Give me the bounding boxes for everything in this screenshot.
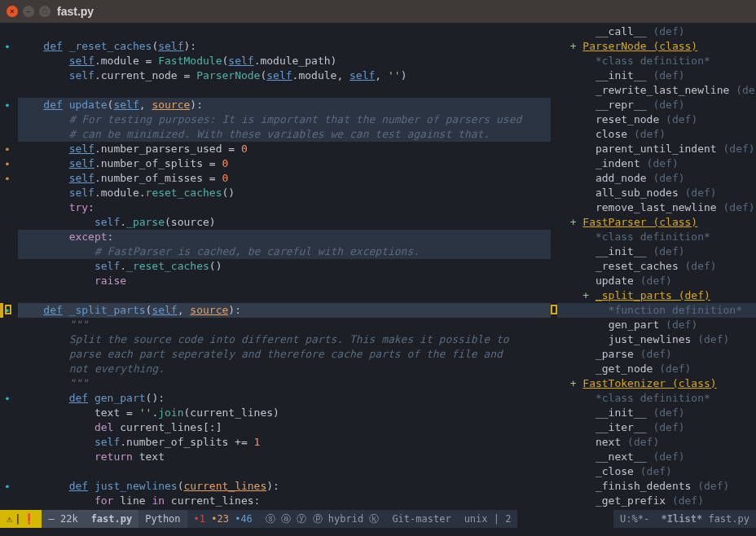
outline-item[interactable]: __repr__ (def) [557, 98, 756, 112]
code-line[interactable]: """ [18, 318, 551, 332]
outline-class[interactable]: + FastParser (class) [557, 215, 756, 230]
outline-item[interactable]: _rewrite_last_newline (def) [557, 83, 756, 98]
gutter [0, 23, 15, 510]
code-line[interactable]: # FastParser is cached, be careful with … [18, 244, 551, 259]
outline-class[interactable]: + ParserNode (class) [557, 39, 756, 54]
code-line[interactable]: # For testing purposes: It is important … [18, 112, 551, 127]
code-line[interactable]: text = ''.join(current_lines) [18, 406, 551, 420]
status-minor-modes: ⓢ ⓐ ⓨ ⓟ hybrid ⓚ [259, 510, 386, 528]
outline-item[interactable]: __init__ (def) [557, 68, 756, 83]
outline-item[interactable]: __init__ (def) [557, 406, 756, 420]
outline-item[interactable]: *function definition* [557, 303, 756, 318]
code-line[interactable] [18, 24, 551, 39]
outline-item[interactable]: + _split_parts (def) [557, 288, 756, 303]
outline-item[interactable]: __next__ (def) [557, 450, 756, 464]
code-line[interactable]: self.number_of_misses = 0• [18, 171, 551, 186]
code-line[interactable]: """ [18, 376, 551, 391]
outline-item[interactable]: next (def) [557, 435, 756, 450]
gutter-dot-icon: • [3, 392, 11, 406]
outline-item[interactable]: _get_prefix (def) [557, 494, 756, 508]
close-window-button[interactable]: × [7, 6, 18, 17]
titlebar: × – □ fast.py [0, 0, 756, 23]
outline-item[interactable]: _close (def) [557, 464, 756, 479]
outline-item[interactable]: _parse (def) [557, 347, 756, 362]
outline-item[interactable]: *class definition* [557, 54, 756, 68]
code-line[interactable]: self._reset_caches() [18, 259, 551, 274]
code-line[interactable]: self.number_of_splits = 0• [18, 156, 551, 171]
outline-item[interactable]: parent_until_indent (def) [557, 142, 756, 156]
code-line[interactable] [18, 464, 551, 479]
outline-item[interactable]: _finish_dedents (def) [557, 479, 756, 494]
outline-pane[interactable]: __call__ (def) + ParserNode (class) *cla… [551, 23, 756, 510]
code-pane[interactable]: def _reset_caches(self):• self.module = … [0, 23, 551, 510]
outline-item[interactable]: all_sub_nodes (def) [557, 186, 756, 200]
code-line[interactable]: self._parse(source) [18, 215, 551, 230]
window-controls: × – □ [7, 6, 51, 17]
code-line[interactable]: not everything. [18, 362, 551, 376]
cursor-box-icon [5, 305, 11, 314]
outline-item[interactable]: _get_node (def) [557, 362, 756, 376]
code-line[interactable]: def _split_parts(self, source):• [18, 303, 551, 318]
status-indicator: ⚠ | ❗ [0, 510, 42, 528]
gutter-dot-icon: • [3, 40, 11, 55]
code-line[interactable]: return text [18, 450, 551, 464]
code-line[interactable]: self.current_node = ParserNode(self.modu… [18, 68, 551, 83]
status-right-info: U:%*- *Ilist* fast.py [613, 510, 756, 528]
status-filename: fast.py [85, 510, 139, 528]
editor-content: def _reset_caches(self):• self.module = … [0, 23, 756, 510]
code-line[interactable]: del current_lines[:] [18, 420, 551, 435]
code-line[interactable]: raise [18, 274, 551, 288]
outline-item[interactable]: just_newlines (def) [557, 332, 756, 347]
outline-item[interactable]: update (def) [557, 274, 756, 288]
code-line[interactable]: try: [18, 200, 551, 215]
code-line[interactable] [18, 83, 551, 98]
code-line[interactable]: self.number_parsers_used = 0• [18, 142, 551, 156]
outline-item[interactable]: gen_part (def) [557, 318, 756, 332]
outline-item[interactable]: _indent (def) [557, 156, 756, 171]
status-major-mode: Python [138, 510, 187, 528]
outline-item[interactable]: close (def) [557, 127, 756, 142]
code-line[interactable]: for line in current_lines: [18, 494, 551, 508]
minimize-window-button[interactable]: – [23, 6, 34, 17]
outline-item[interactable]: remove_last_newline (def) [557, 200, 756, 215]
code-line[interactable]: Split the source code into different par… [18, 332, 551, 347]
outline-item[interactable]: reset_node (def) [557, 112, 756, 127]
code-line[interactable]: def gen_part():• [18, 391, 551, 406]
code-line[interactable]: self.module = FastModule(self.module_pat… [18, 54, 551, 68]
code-line[interactable]: self.module.reset_caches() [18, 186, 551, 200]
current-line-marker [0, 303, 3, 318]
gutter-dot-icon: • [3, 143, 11, 157]
status-vcs: Git-master [385, 510, 457, 528]
code-line[interactable]: self.number_of_splits += 1 [18, 435, 551, 450]
cursor-box-icon [551, 305, 557, 314]
gutter-dot-icon: • [3, 172, 11, 187]
gutter-dot-icon: • [3, 99, 11, 113]
code-line[interactable]: def update(self, source):• [18, 98, 551, 112]
status-flycheck: •1 •23 •46 [187, 510, 259, 528]
maximize-window-button[interactable]: □ [39, 6, 51, 17]
status-coding: unix | 2 [458, 510, 518, 528]
gutter-dot-icon: • [3, 480, 11, 494]
outline-item[interactable]: *class definition* [557, 230, 756, 244]
outline-item[interactable]: add_node (def) [557, 171, 756, 186]
outline-item[interactable]: *class definition* [557, 391, 756, 406]
code-line[interactable]: except: [18, 230, 551, 244]
window-title: fast.py [57, 5, 94, 18]
outline-class[interactable]: + FastTokenizer (class) [557, 376, 756, 391]
code-line[interactable]: def just_newlines(current_lines):• [18, 479, 551, 494]
outline-item[interactable]: __init__ (def) [557, 244, 756, 259]
status-size: — 22k [42, 510, 84, 528]
code-line[interactable]: def _reset_caches(self):• [18, 39, 551, 54]
status-bar: ⚠ | ❗ — 22k fast.py Python •1 •23 •46 ⓢ … [0, 510, 756, 528]
outline-item[interactable]: __iter__ (def) [557, 420, 756, 435]
bottom-spacer [0, 528, 756, 536]
code-line[interactable]: parse each part seperately and therefore… [18, 347, 551, 362]
code-line[interactable] [18, 288, 551, 303]
code-line[interactable]: # can be minimized. With these variables… [18, 127, 551, 142]
outline-item[interactable]: __call__ (def) [557, 24, 756, 39]
outline-item[interactable]: _reset_caches (def) [557, 259, 756, 274]
gutter-dot-icon: • [3, 157, 11, 172]
